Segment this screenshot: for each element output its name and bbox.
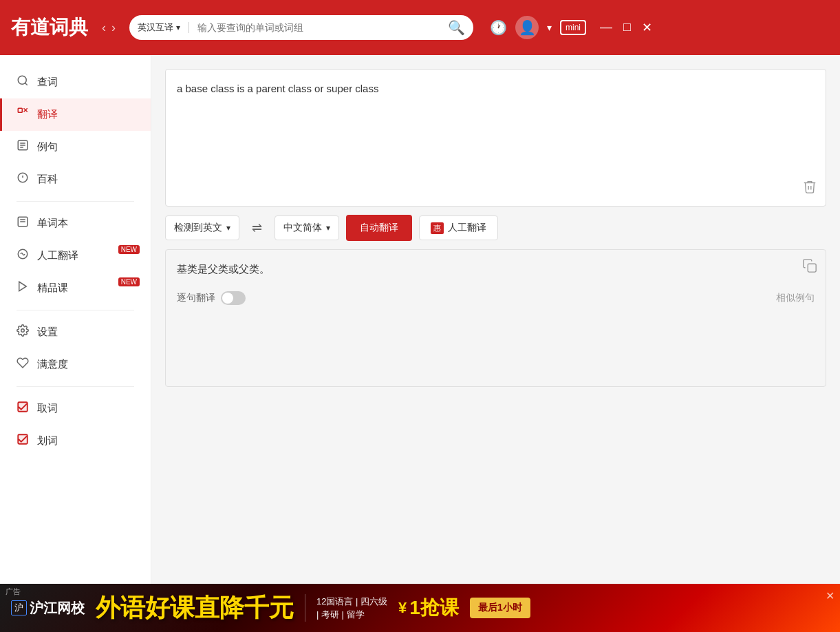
- sidebar-item-capture[interactable]: 取词: [0, 392, 151, 425]
- sidebar-courses-label: 精品课: [37, 282, 68, 295]
- mini-button[interactable]: mini: [560, 20, 586, 35]
- sidebar-feedback-label: 满意度: [37, 358, 68, 371]
- feedback-icon: [17, 357, 29, 372]
- human-translate-label: 人工翻译: [448, 222, 486, 234]
- output-footer: 逐句翻译 相似例句: [177, 286, 815, 305]
- content-area: a base class is a parent class or super …: [151, 55, 840, 584]
- sidebar-item-scan[interactable]: 划词: [0, 425, 151, 457]
- lang-selector-label: 英汉互译: [138, 21, 173, 34]
- ad-main-text: 外语好课直降千元: [96, 591, 294, 625]
- human-translate-new-badge: NEW: [118, 245, 140, 254]
- sidebar-item-courses[interactable]: 精品课 NEW: [0, 272, 151, 304]
- titlebar: 有道词典 ‹ › 英汉互译 ▾ 🔍 🕐 👤 ▾ mini — □ ✕: [0, 0, 840, 55]
- titlebar-right: 🕐 👤 ▾ mini — □ ✕: [490, 16, 652, 39]
- sidebar-divider-1: [17, 201, 134, 202]
- target-lang-label: 中文简体: [283, 222, 322, 234]
- ad-price-symbol: ¥: [398, 599, 407, 617]
- sidebar-item-wordbook[interactable]: 单词本: [0, 207, 151, 240]
- active-indicator: [0, 98, 2, 131]
- human-translate-button[interactable]: 惠 人工翻译: [419, 215, 498, 240]
- controls-row: 检测到英文 ▾ ⇌ 中文简体 ▾ 自动翻译 惠 人工翻译: [165, 215, 826, 241]
- sidebar-item-wiki[interactable]: 百科: [0, 163, 151, 196]
- ad-logo: 沪 沪江网校: [11, 599, 85, 618]
- minimize-button[interactable]: —: [600, 20, 612, 35]
- close-button[interactable]: ✕: [642, 20, 652, 35]
- svg-rect-2: [18, 108, 22, 112]
- source-lang-label: 检测到英文: [174, 222, 222, 234]
- lookup-icon: [17, 74, 29, 90]
- clear-button[interactable]: [802, 179, 817, 198]
- source-lang-chevron: ▾: [226, 223, 230, 233]
- sidebar-divider-2: [17, 310, 134, 310]
- sidebar-divider-3: [17, 386, 134, 387]
- output-text: 基类是父类或父类。: [177, 261, 815, 277]
- sidebar-item-feedback[interactable]: 满意度: [0, 348, 151, 381]
- back-button[interactable]: ‹: [102, 21, 106, 35]
- capture-icon: [17, 401, 29, 417]
- translate-icon: [17, 107, 29, 123]
- maximize-button[interactable]: □: [623, 20, 631, 35]
- ad-cta[interactable]: 最后1小时: [470, 598, 530, 618]
- sidebar-human-translate-label: 人工翻译: [37, 249, 78, 262]
- sentence-toggle-switch[interactable]: [221, 291, 246, 305]
- similar-examples-link[interactable]: 相似例句: [776, 292, 815, 304]
- target-lang-chevron: ▾: [326, 223, 330, 233]
- sidebar-scan-label: 划词: [37, 434, 58, 447]
- forward-button[interactable]: ›: [111, 21, 116, 35]
- search-divider: [189, 22, 189, 33]
- svg-line-1: [25, 83, 27, 85]
- sidebar-item-human-translate[interactable]: 人工翻译 NEW: [0, 240, 151, 272]
- output-box: 基类是父类或父类。 逐句翻译 相似例句: [165, 249, 826, 387]
- sidebar-translate-label: 翻译: [37, 108, 58, 121]
- sidebar-item-settings[interactable]: 设置: [0, 316, 151, 348]
- sidebar-item-lookup[interactable]: 查词: [0, 66, 151, 98]
- example-icon: [17, 139, 29, 155]
- scan-icon: [17, 433, 29, 449]
- sidebar-settings-label: 设置: [37, 326, 58, 339]
- search-input[interactable]: [197, 22, 442, 33]
- ad-divider: [305, 594, 305, 622]
- sidebar-item-example[interactable]: 例句: [0, 131, 151, 163]
- ad-sub-text-1: 12国语言 | 四六级: [316, 595, 387, 609]
- input-text[interactable]: a base class is a parent class or super …: [177, 81, 815, 97]
- target-lang-dropdown[interactable]: 中文简体 ▾: [274, 215, 339, 240]
- ad-sub-text-2: | 考研 | 留学: [316, 608, 387, 622]
- sidebar-wordbook-label: 单词本: [37, 217, 68, 230]
- auto-translate-button[interactable]: 自动翻译: [346, 215, 412, 241]
- sentence-toggle-label: 逐句翻译: [177, 292, 215, 304]
- svg-marker-12: [19, 282, 27, 291]
- ad-banner: 广告 沪 沪江网校 外语好课直降千元 12国语言 | 四六级 | 考研 | 留学…: [0, 584, 840, 632]
- settings-icon: [17, 324, 29, 340]
- main-layout: 查词 翻译 例句 百科 单词本: [0, 55, 840, 584]
- ad-close-button[interactable]: ✕: [826, 589, 834, 602]
- ad-logo-text: 沪江网校: [30, 599, 85, 618]
- svg-rect-16: [808, 264, 816, 272]
- logo-text: 有道词典: [11, 14, 88, 41]
- svg-point-0: [18, 76, 26, 84]
- svg-point-13: [21, 329, 25, 333]
- sidebar-example-label: 例句: [37, 140, 58, 154]
- swap-lang-button[interactable]: ⇌: [246, 218, 268, 238]
- toggle-knob: [222, 293, 233, 304]
- copy-button[interactable]: [802, 258, 817, 277]
- input-box: a base class is a parent class or super …: [165, 69, 826, 207]
- sidebar-lookup-label: 查词: [37, 76, 58, 89]
- search-button[interactable]: 🔍: [448, 19, 465, 36]
- account-arrow[interactable]: ▾: [547, 22, 552, 33]
- window-controls: — □ ✕: [600, 20, 652, 35]
- sidebar-capture-label: 取词: [37, 402, 58, 415]
- lang-chevron-icon: ▾: [176, 23, 180, 32]
- history-button[interactable]: 🕐: [490, 19, 507, 36]
- nav-arrows: ‹ ›: [102, 21, 116, 35]
- ad-label: 广告: [6, 587, 21, 597]
- ad-price: ¥ 1抢课: [398, 595, 459, 621]
- avatar-button[interactable]: 👤: [515, 16, 539, 39]
- sidebar-item-translate[interactable]: 翻译: [0, 98, 151, 131]
- sidebar-wiki-label: 百科: [37, 173, 58, 186]
- sentence-toggle: 逐句翻译: [177, 291, 246, 305]
- source-lang-dropdown[interactable]: 检测到英文 ▾: [165, 215, 239, 240]
- lang-selector[interactable]: 英汉互译 ▾: [138, 21, 180, 34]
- wordbook-icon: [17, 215, 29, 231]
- ad-logo-icon: 沪: [11, 600, 27, 615]
- human-badge: 惠: [431, 222, 444, 234]
